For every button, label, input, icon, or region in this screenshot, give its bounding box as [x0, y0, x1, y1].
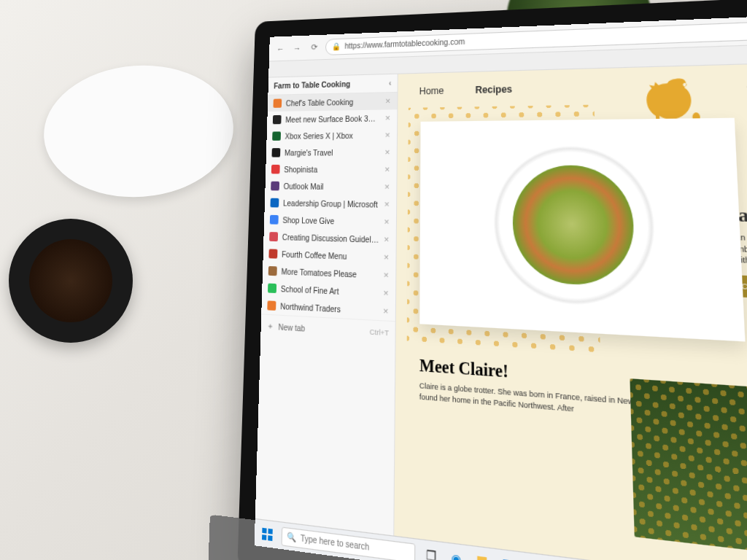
svg-rect-3	[262, 534, 266, 540]
tab-item[interactable]: Chef's Table Cooking✕	[268, 93, 398, 112]
favicon	[272, 131, 281, 140]
forward-button[interactable]: →	[291, 42, 303, 54]
search-placeholder: Type here to search	[301, 534, 370, 552]
vertical-tabs-title: Farm to Table Cooking	[274, 80, 350, 90]
close-tab-button[interactable]: ✕	[383, 271, 390, 279]
search-icon: 🔍	[287, 532, 296, 542]
favicon	[273, 115, 282, 124]
store-icon: ▇	[503, 557, 512, 560]
tab-label: Margie's Travel	[285, 148, 380, 157]
tab-item[interactable]: Leadership Group | Microsoft✕	[265, 194, 397, 213]
lock-icon: 🔒	[332, 42, 341, 51]
favicon	[273, 98, 282, 107]
close-tab-button[interactable]: ✕	[384, 131, 390, 139]
tab-item[interactable]: Margie's Travel✕	[266, 144, 397, 161]
new-tab-label: New tab	[278, 322, 305, 332]
tab-label: Shopinista	[284, 165, 380, 174]
close-tab-button[interactable]: ✕	[385, 114, 391, 122]
tab-label: Meet new Surface Book 3w 13.5"	[285, 114, 380, 123]
tab-item[interactable]: Outlook Mail✕	[265, 177, 396, 195]
svg-rect-2	[268, 528, 272, 534]
close-tab-button[interactable]: ✕	[384, 166, 390, 174]
chevron-left-icon: ←	[276, 44, 285, 52]
tab-label: Outlook Mail	[284, 182, 380, 191]
browser-body: Farm to Table Cooking ‹ Chef's Table Coo…	[255, 61, 747, 560]
favicon	[270, 215, 279, 225]
close-tab-button[interactable]: ✕	[384, 218, 390, 226]
windows-icon	[262, 527, 273, 540]
tab-label: Northwind Traders	[280, 302, 378, 316]
folder-icon: ▇	[477, 553, 487, 560]
tab-label: More Tomatoes Please	[281, 267, 379, 279]
tab-item[interactable]: Xbox Series X | Xbox✕	[266, 127, 397, 144]
salad-graphic	[512, 166, 635, 287]
tab-label: School of Fine Art	[281, 284, 379, 298]
close-tab-button[interactable]: ✕	[384, 236, 390, 244]
plate-graphic	[479, 131, 673, 324]
refresh-icon: ⟳	[311, 42, 317, 52]
nav-recipes[interactable]: Recipes	[476, 84, 513, 96]
prop-coffee	[9, 219, 133, 343]
close-tab-button[interactable]: ✕	[384, 183, 390, 191]
plus-icon: ＋	[266, 321, 274, 332]
edge-icon: ◉	[451, 551, 461, 560]
task-view-button[interactable]: ❐	[422, 544, 440, 560]
svg-rect-1	[262, 527, 266, 533]
favicon	[271, 148, 280, 157]
close-tab-button[interactable]: ✕	[384, 201, 390, 209]
tab-label: Fourth Coffee Menu	[282, 250, 379, 262]
taskbar-app-mail[interactable]: ▇	[525, 557, 544, 560]
tab-label: Leadership Group | Microsoft	[283, 198, 379, 209]
close-tab-button[interactable]: ✕	[384, 149, 390, 157]
tab-label: Chef's Table Cooking	[286, 97, 381, 107]
tab-label: Shop Love Give	[282, 216, 379, 227]
tab-label: Xbox Series X | Xbox	[285, 131, 380, 141]
webpage-content: Home Recipes About Contact	[394, 61, 747, 560]
nav-home[interactable]: Home	[419, 85, 444, 97]
new-tab-shortcut: Ctrl+T	[370, 328, 389, 338]
start-button[interactable]	[259, 524, 276, 545]
tabs-list: Chef's Table Cooking✕Meet new Surface Bo…	[261, 93, 397, 321]
prop-plate	[39, 59, 238, 203]
svg-rect-4	[268, 535, 272, 541]
taskbar-app-edge[interactable]: ◉	[447, 547, 466, 560]
close-tab-button[interactable]: ✕	[384, 253, 390, 261]
favicon	[268, 249, 277, 258]
hero-image	[419, 118, 745, 342]
taskbar-app-store[interactable]: ▇	[498, 553, 518, 560]
favicon	[268, 284, 276, 293]
vertical-tabs-panel: Farm to Table Cooking ‹ Chef's Table Coo…	[255, 74, 398, 536]
close-tab-button[interactable]: ✕	[383, 289, 390, 298]
taskbar-app-explorer[interactable]: ▇	[472, 551, 491, 560]
laptop: ← → ⟳ 🔒 https://www.farmtotablecooking.c…	[237, 0, 747, 560]
vertical-tabs-header: Farm to Table Cooking ‹	[268, 74, 397, 96]
tab-item[interactable]: Shopinista✕	[266, 161, 397, 179]
back-button[interactable]: ←	[275, 42, 287, 55]
tab-item[interactable]: Meet new Surface Book 3w 13.5"✕	[267, 109, 397, 128]
task-view-icon: ❐	[425, 547, 436, 560]
favicon	[271, 165, 280, 174]
refresh-button[interactable]: ⟳	[309, 41, 320, 53]
tab-label: Creating Discussion Guidelines	[282, 233, 379, 244]
chevron-right-icon: →	[293, 43, 301, 52]
favicon	[271, 182, 279, 191]
screen: ← → ⟳ 🔒 https://www.farmtotablecooking.c…	[255, 12, 747, 560]
close-tab-button[interactable]: ✕	[385, 97, 391, 105]
favicon	[267, 300, 276, 311]
close-tab-button[interactable]: ✕	[383, 307, 390, 316]
favicon	[269, 232, 278, 241]
favicon	[268, 266, 277, 276]
favicon	[270, 198, 279, 208]
url-text: https://www.farmtotablecooking.com	[344, 37, 465, 50]
collapse-tabs-button[interactable]: ‹	[389, 79, 392, 88]
secondary-image	[630, 378, 747, 560]
